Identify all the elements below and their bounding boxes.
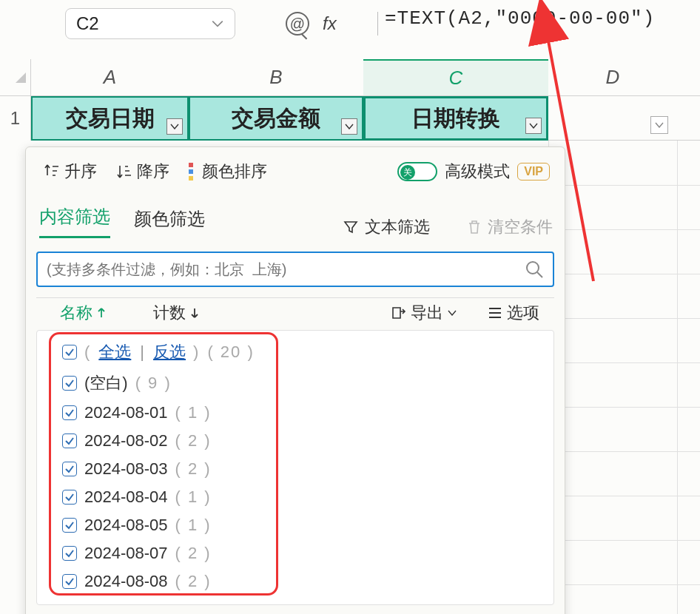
funnel-icon	[343, 219, 359, 235]
invert-selection-link[interactable]: 反选	[153, 341, 186, 363]
trace-icon[interactable]: @	[286, 12, 309, 36]
sort-descending-button[interactable]: 降序	[116, 161, 169, 183]
checkbox-icon[interactable]	[62, 345, 77, 360]
toggle-off-label: 关	[400, 165, 415, 180]
sort-ascending-button[interactable]: 升序	[44, 161, 97, 183]
select-all-count: ( 20 )	[207, 343, 254, 362]
export-button[interactable]: 导出	[381, 302, 465, 324]
filter-item-label: 2024-08-01	[84, 403, 168, 422]
checkbox-icon[interactable]	[62, 462, 77, 476]
filter-item-count: ( 2 )	[175, 431, 212, 451]
clear-filter-label: 清空条件	[488, 216, 553, 238]
filter-item-count: ( 2 )	[175, 572, 212, 591]
column-header-C[interactable]: C	[363, 59, 548, 96]
sort-desc-icon	[116, 163, 132, 181]
filter-dropdown-panel: 升序 降序 颜色排序 关 高级模式 VIP 内容筛选 颜色筛选	[25, 146, 565, 614]
filter-item-count: ( 1 )	[175, 488, 212, 507]
filter-item-count: ( 1 )	[175, 516, 212, 535]
name-box[interactable]: C2	[65, 8, 235, 39]
cell-E1-partial[interactable]	[677, 96, 700, 141]
text-filter-button[interactable]: 文本筛选	[343, 216, 430, 238]
select-all-link[interactable]: 全选	[98, 341, 131, 363]
sort-asc-icon	[44, 163, 60, 181]
filter-list-header: 名称 计数 导出 选项	[36, 297, 554, 327]
column-header-D[interactable]: D	[548, 59, 677, 96]
export-label: 导出	[411, 302, 443, 324]
checkbox-icon[interactable]	[62, 518, 77, 533]
options-label: 选项	[507, 302, 539, 324]
filter-item-label: 2024-08-04	[84, 488, 168, 507]
filter-item[interactable]: 2024-08-01( 1 )	[40, 399, 551, 427]
filter-item-select-all[interactable]: (全选|反选) ( 20 )	[40, 337, 551, 368]
col-count-label: 计数	[153, 302, 186, 324]
row-header-1[interactable]: 1	[0, 96, 31, 141]
cell-C1-text: 日期转换	[411, 104, 500, 134]
filter-item[interactable]: 2024-08-05( 1 )	[40, 511, 551, 539]
trash-icon	[467, 219, 482, 235]
checkbox-icon[interactable]	[62, 546, 77, 561]
cell-B1[interactable]: 交易金额	[189, 96, 363, 141]
checkbox-icon[interactable]	[62, 376, 77, 391]
formula-input[interactable]: =TEXT(A2,"0000-00-00")	[385, 7, 655, 30]
checkbox-icon[interactable]	[62, 574, 77, 589]
filter-item-count: ( 2 )	[175, 544, 212, 563]
column-header-next[interactable]	[677, 59, 700, 96]
arrow-up-icon	[97, 307, 106, 319]
cell-A1[interactable]: 交易日期	[31, 96, 189, 141]
filter-sort-toolbar: 升序 降序 颜色排序 关 高级模式 VIP	[36, 158, 554, 195]
advanced-mode-group: 关 高级模式 VIP	[397, 161, 550, 183]
filter-button-B[interactable]	[341, 118, 357, 135]
filter-item[interactable]: 2024-08-03( 2 )	[40, 455, 551, 483]
sort-desc-label: 降序	[137, 161, 169, 183]
filter-item-label: 2024-08-08	[84, 572, 168, 591]
cell-B1-text: 交易金额	[232, 104, 320, 134]
cell-D1[interactable]	[548, 96, 677, 141]
column-header-B[interactable]: B	[189, 59, 363, 96]
filter-search-input[interactable]	[47, 261, 525, 278]
fx-label[interactable]: fx	[323, 13, 337, 34]
column-header-row: A B C D	[0, 59, 700, 96]
svg-point-0	[527, 262, 539, 274]
export-icon	[390, 305, 406, 321]
filter-button-A[interactable]	[166, 118, 183, 135]
tab-content-filter[interactable]: 内容筛选	[39, 205, 110, 238]
select-all-corner[interactable]	[0, 59, 31, 96]
cell-C1[interactable]: 日期转换	[363, 96, 548, 141]
clear-filter-button[interactable]: 清空条件	[467, 216, 553, 238]
filter-button-C[interactable]	[525, 118, 542, 134]
filter-item[interactable]: 2024-08-08( 2 )	[40, 567, 551, 596]
search-icon[interactable]	[525, 260, 544, 279]
checkbox-icon[interactable]	[62, 490, 77, 505]
filter-item-label: 2024-08-05	[84, 516, 168, 535]
sort-asc-label: 升序	[64, 161, 97, 183]
formula-bar: C2 @ fx =TEXT(A2,"0000-00-00")	[0, 4, 700, 43]
filter-values-list: (全选|反选) ( 20 ) (空白) ( 9 ) 2024-08-01( 1 …	[36, 330, 554, 605]
filter-search-box[interactable]	[36, 252, 554, 287]
arrow-down-icon	[190, 307, 199, 319]
list-icon	[488, 306, 502, 320]
filter-item[interactable]: 2024-08-07( 2 )	[40, 539, 551, 567]
separator	[377, 12, 378, 36]
checkbox-icon[interactable]	[62, 405, 77, 420]
checkbox-icon[interactable]	[62, 433, 77, 448]
advanced-mode-toggle[interactable]: 关	[397, 162, 437, 181]
filter-item-count: ( 2 )	[175, 459, 212, 479]
options-button[interactable]: 选项	[479, 302, 548, 324]
vip-badge: VIP	[517, 163, 550, 181]
cell-A1-text: 交易日期	[66, 104, 155, 134]
filter-item-label: 2024-08-07	[84, 544, 168, 563]
chevron-down-icon	[448, 310, 457, 316]
fx-controls: @ fx	[286, 12, 337, 36]
blank-count: ( 9 )	[135, 374, 172, 393]
blank-label: (空白)	[84, 372, 128, 394]
col-header-name[interactable]: 名称	[51, 302, 115, 324]
sort-by-color-button[interactable]: 颜色排序	[189, 161, 267, 183]
col-header-count[interactable]: 计数	[144, 302, 208, 324]
column-header-A[interactable]: A	[31, 59, 189, 96]
chevron-down-icon[interactable]	[211, 17, 224, 30]
filter-item[interactable]: 2024-08-02( 2 )	[40, 427, 551, 455]
tab-color-filter[interactable]: 颜色筛选	[134, 207, 205, 238]
filter-item[interactable]: 2024-08-04( 1 )	[40, 483, 551, 511]
filter-item-blank[interactable]: (空白) ( 9 )	[40, 368, 551, 399]
filter-button-D[interactable]	[650, 116, 668, 134]
